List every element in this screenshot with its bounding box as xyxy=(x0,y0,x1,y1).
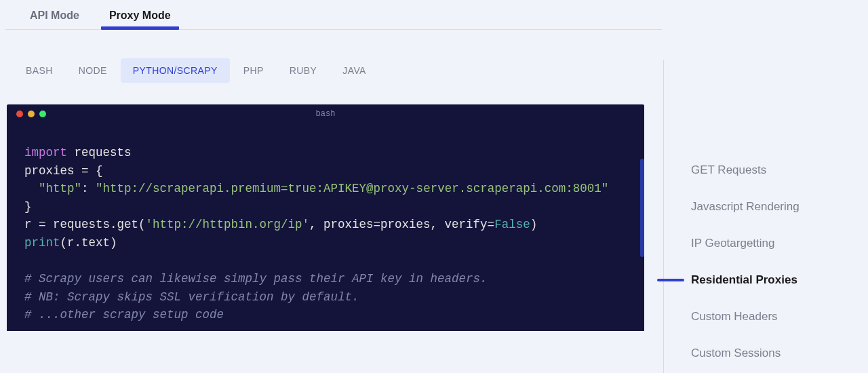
code-string-key: "http" xyxy=(24,182,81,195)
lang-tab-bash[interactable]: BASH xyxy=(14,58,65,83)
code-id: (r.text) xyxy=(60,236,117,250)
nav-residential-proxies[interactable]: Residential Proxies xyxy=(664,262,867,298)
terminal: bash import requests proxies = { "http":… xyxy=(7,104,644,331)
nav-ip-geotargetting[interactable]: IP Geotargetting xyxy=(664,225,867,262)
terminal-header: bash xyxy=(7,104,644,123)
code-line: } xyxy=(24,198,631,216)
tab-api-mode[interactable]: API Mode xyxy=(15,3,94,29)
code-module: requests xyxy=(75,146,132,159)
nav-custom-sessions[interactable]: Custom Sessions xyxy=(664,335,867,372)
code-line: import requests xyxy=(24,144,631,162)
lang-tab-php[interactable]: PHP xyxy=(231,58,276,83)
lang-tab-ruby[interactable]: RUBY xyxy=(277,58,330,83)
code-id: , proxies=proxies, verify= xyxy=(309,218,494,231)
tab-proxy-mode[interactable]: Proxy Mode xyxy=(94,3,186,29)
code-comment: # Scrapy users can likewise simply pass … xyxy=(24,270,631,288)
code-comment: # ...other scrapy setup code xyxy=(24,306,631,324)
terminal-title: bash xyxy=(7,109,644,119)
code-line xyxy=(24,252,631,271)
nav-custom-headers[interactable]: Custom Headers xyxy=(664,298,867,335)
code-punct: : xyxy=(81,182,96,195)
lang-tab-python-scrapy[interactable]: PYTHON/SCRAPY xyxy=(121,58,230,83)
code-line: print(r.text) xyxy=(24,234,631,252)
code-id: r = requests.get( xyxy=(24,218,146,231)
code-bool: False xyxy=(494,218,530,231)
code-keyword: import xyxy=(24,146,75,159)
code-call: print xyxy=(24,236,60,250)
mode-tabs: API Mode Proxy Mode xyxy=(5,0,662,30)
code-line: "http": "http://scraperapi.premium=true:… xyxy=(24,180,631,198)
lang-tab-node[interactable]: NODE xyxy=(66,58,119,83)
code-id: ) xyxy=(530,218,538,231)
code-line: r = requests.get('http://httpbin.org/ip'… xyxy=(24,216,631,234)
section-nav: GET Requests Javascript Rendering IP Geo… xyxy=(663,60,867,373)
code-string: "http://scraperapi.premium=true:APIKEY@p… xyxy=(96,182,608,195)
nav-javascript-rendering[interactable]: Javascript Rendering xyxy=(664,189,867,225)
code-line: proxies = { xyxy=(24,162,631,180)
lang-tab-java[interactable]: JAVA xyxy=(330,58,378,83)
code-string: 'http://httpbin.org/ip' xyxy=(146,218,310,231)
terminal-body: import requests proxies = { "http": "htt… xyxy=(7,123,644,331)
scrollbar[interactable] xyxy=(640,159,644,257)
code-comment: # NB: Scrapy skips SSL verification by d… xyxy=(24,288,631,307)
nav-get-requests[interactable]: GET Requests xyxy=(664,152,867,189)
